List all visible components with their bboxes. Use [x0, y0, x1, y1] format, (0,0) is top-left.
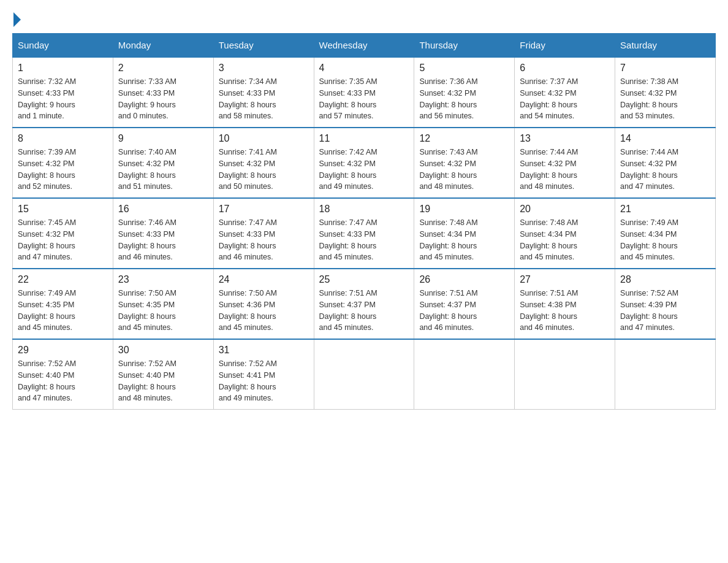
- calendar-cell: 21 Sunrise: 7:49 AM Sunset: 4:34 PM Dayl…: [615, 198, 716, 269]
- calendar-cell: 31 Sunrise: 7:52 AM Sunset: 4:41 PM Dayl…: [213, 339, 314, 410]
- day-number: 30: [118, 345, 208, 356]
- day-info: Sunrise: 7:50 AM Sunset: 4:36 PM Dayligh…: [219, 288, 309, 334]
- day-number: 28: [620, 274, 710, 285]
- day-info: Sunrise: 7:52 AM Sunset: 4:39 PM Dayligh…: [620, 288, 710, 334]
- day-info: Sunrise: 7:51 AM Sunset: 4:37 PM Dayligh…: [419, 288, 509, 334]
- day-number: 5: [419, 63, 509, 74]
- header-saturday: Saturday: [615, 34, 716, 58]
- day-number: 27: [520, 274, 610, 285]
- day-number: 10: [219, 133, 309, 144]
- day-number: 18: [319, 204, 409, 215]
- day-number: 9: [118, 133, 208, 144]
- day-info: Sunrise: 7:38 AM Sunset: 4:32 PM Dayligh…: [620, 76, 710, 122]
- calendar-cell: 4 Sunrise: 7:35 AM Sunset: 4:33 PM Dayli…: [314, 57, 414, 128]
- day-number: 14: [620, 133, 710, 144]
- day-info: Sunrise: 7:44 AM Sunset: 4:32 PM Dayligh…: [520, 147, 610, 193]
- calendar-cell: 13 Sunrise: 7:44 AM Sunset: 4:32 PM Dayl…: [515, 128, 615, 198]
- day-number: 21: [620, 204, 710, 215]
- calendar-week-row: 22 Sunrise: 7:49 AM Sunset: 4:35 PM Dayl…: [13, 269, 716, 339]
- day-number: 8: [18, 133, 108, 144]
- day-info: Sunrise: 7:37 AM Sunset: 4:32 PM Dayligh…: [520, 76, 610, 122]
- day-info: Sunrise: 7:52 AM Sunset: 4:41 PM Dayligh…: [219, 358, 309, 404]
- logo-arrow-icon: [13, 12, 21, 27]
- calendar-cell: 23 Sunrise: 7:50 AM Sunset: 4:35 PM Dayl…: [113, 269, 213, 339]
- day-info: Sunrise: 7:49 AM Sunset: 4:34 PM Dayligh…: [620, 217, 710, 263]
- day-number: 2: [118, 63, 208, 74]
- page-header: [12, 12, 716, 27]
- calendar-week-row: 1 Sunrise: 7:32 AM Sunset: 4:33 PM Dayli…: [13, 57, 716, 128]
- calendar-cell: 10 Sunrise: 7:41 AM Sunset: 4:32 PM Dayl…: [213, 128, 314, 198]
- day-number: 17: [219, 204, 309, 215]
- day-number: 3: [219, 63, 309, 74]
- day-number: 13: [520, 133, 610, 144]
- calendar-cell: 12 Sunrise: 7:43 AM Sunset: 4:32 PM Dayl…: [414, 128, 515, 198]
- calendar-cell: 2 Sunrise: 7:33 AM Sunset: 4:33 PM Dayli…: [113, 57, 213, 128]
- calendar-cell: [615, 339, 716, 410]
- calendar-cell: 17 Sunrise: 7:47 AM Sunset: 4:33 PM Dayl…: [213, 198, 314, 269]
- calendar-cell: [515, 339, 615, 410]
- day-info: Sunrise: 7:49 AM Sunset: 4:35 PM Dayligh…: [18, 288, 108, 334]
- calendar-cell: 6 Sunrise: 7:37 AM Sunset: 4:32 PM Dayli…: [515, 57, 615, 128]
- day-number: 22: [18, 274, 108, 285]
- calendar-cell: 28 Sunrise: 7:52 AM Sunset: 4:39 PM Dayl…: [615, 269, 716, 339]
- calendar-cell: 19 Sunrise: 7:48 AM Sunset: 4:34 PM Dayl…: [414, 198, 515, 269]
- logo: [12, 12, 21, 27]
- day-number: 1: [18, 63, 108, 74]
- calendar-cell: 18 Sunrise: 7:47 AM Sunset: 4:33 PM Dayl…: [314, 198, 414, 269]
- day-info: Sunrise: 7:47 AM Sunset: 4:33 PM Dayligh…: [219, 217, 309, 263]
- calendar-cell: 26 Sunrise: 7:51 AM Sunset: 4:37 PM Dayl…: [414, 269, 515, 339]
- day-info: Sunrise: 7:50 AM Sunset: 4:35 PM Dayligh…: [118, 288, 208, 334]
- day-number: 19: [419, 204, 509, 215]
- day-info: Sunrise: 7:48 AM Sunset: 4:34 PM Dayligh…: [419, 217, 509, 263]
- day-info: Sunrise: 7:35 AM Sunset: 4:33 PM Dayligh…: [319, 76, 409, 122]
- calendar-cell: 20 Sunrise: 7:48 AM Sunset: 4:34 PM Dayl…: [515, 198, 615, 269]
- calendar-cell: 5 Sunrise: 7:36 AM Sunset: 4:32 PM Dayli…: [414, 57, 515, 128]
- day-number: 25: [319, 274, 409, 285]
- day-info: Sunrise: 7:52 AM Sunset: 4:40 PM Dayligh…: [118, 358, 208, 404]
- calendar-cell: 22 Sunrise: 7:49 AM Sunset: 4:35 PM Dayl…: [13, 269, 113, 339]
- day-info: Sunrise: 7:45 AM Sunset: 4:32 PM Dayligh…: [18, 217, 108, 263]
- day-number: 31: [219, 345, 309, 356]
- calendar-table: SundayMondayTuesdayWednesdayThursdayFrid…: [12, 33, 716, 410]
- header-monday: Monday: [113, 34, 213, 58]
- header-sunday: Sunday: [13, 34, 113, 58]
- calendar-cell: 29 Sunrise: 7:52 AM Sunset: 4:40 PM Dayl…: [13, 339, 113, 410]
- day-number: 7: [620, 63, 710, 74]
- header-thursday: Thursday: [414, 34, 515, 58]
- calendar-cell: 25 Sunrise: 7:51 AM Sunset: 4:37 PM Dayl…: [314, 269, 414, 339]
- calendar-cell: 1 Sunrise: 7:32 AM Sunset: 4:33 PM Dayli…: [13, 57, 113, 128]
- day-info: Sunrise: 7:39 AM Sunset: 4:32 PM Dayligh…: [18, 147, 108, 193]
- calendar-cell: 7 Sunrise: 7:38 AM Sunset: 4:32 PM Dayli…: [615, 57, 716, 128]
- day-info: Sunrise: 7:33 AM Sunset: 4:33 PM Dayligh…: [118, 76, 208, 122]
- day-number: 12: [419, 133, 509, 144]
- header-friday: Friday: [515, 34, 615, 58]
- day-number: 23: [118, 274, 208, 285]
- calendar-week-row: 29 Sunrise: 7:52 AM Sunset: 4:40 PM Dayl…: [13, 339, 716, 410]
- calendar-week-row: 15 Sunrise: 7:45 AM Sunset: 4:32 PM Dayl…: [13, 198, 716, 269]
- day-number: 6: [520, 63, 610, 74]
- day-info: Sunrise: 7:32 AM Sunset: 4:33 PM Dayligh…: [18, 76, 108, 122]
- calendar-cell: 11 Sunrise: 7:42 AM Sunset: 4:32 PM Dayl…: [314, 128, 414, 198]
- day-info: Sunrise: 7:41 AM Sunset: 4:32 PM Dayligh…: [219, 147, 309, 193]
- day-number: 15: [18, 204, 108, 215]
- calendar-cell: [414, 339, 515, 410]
- day-number: 24: [219, 274, 309, 285]
- calendar-cell: 9 Sunrise: 7:40 AM Sunset: 4:32 PM Dayli…: [113, 128, 213, 198]
- day-number: 26: [419, 274, 509, 285]
- calendar-cell: 27 Sunrise: 7:51 AM Sunset: 4:38 PM Dayl…: [515, 269, 615, 339]
- calendar-cell: 30 Sunrise: 7:52 AM Sunset: 4:40 PM Dayl…: [113, 339, 213, 410]
- day-info: Sunrise: 7:42 AM Sunset: 4:32 PM Dayligh…: [319, 147, 409, 193]
- calendar-cell: 16 Sunrise: 7:46 AM Sunset: 4:33 PM Dayl…: [113, 198, 213, 269]
- calendar-cell: 15 Sunrise: 7:45 AM Sunset: 4:32 PM Dayl…: [13, 198, 113, 269]
- calendar-week-row: 8 Sunrise: 7:39 AM Sunset: 4:32 PM Dayli…: [13, 128, 716, 198]
- header-tuesday: Tuesday: [213, 34, 314, 58]
- calendar-cell: 24 Sunrise: 7:50 AM Sunset: 4:36 PM Dayl…: [213, 269, 314, 339]
- day-info: Sunrise: 7:44 AM Sunset: 4:32 PM Dayligh…: [620, 147, 710, 193]
- calendar-cell: 3 Sunrise: 7:34 AM Sunset: 4:33 PM Dayli…: [213, 57, 314, 128]
- calendar-cell: 14 Sunrise: 7:44 AM Sunset: 4:32 PM Dayl…: [615, 128, 716, 198]
- day-number: 29: [18, 345, 108, 356]
- day-number: 11: [319, 133, 409, 144]
- day-info: Sunrise: 7:51 AM Sunset: 4:37 PM Dayligh…: [319, 288, 409, 334]
- day-info: Sunrise: 7:52 AM Sunset: 4:40 PM Dayligh…: [18, 358, 108, 404]
- day-info: Sunrise: 7:34 AM Sunset: 4:33 PM Dayligh…: [219, 76, 309, 122]
